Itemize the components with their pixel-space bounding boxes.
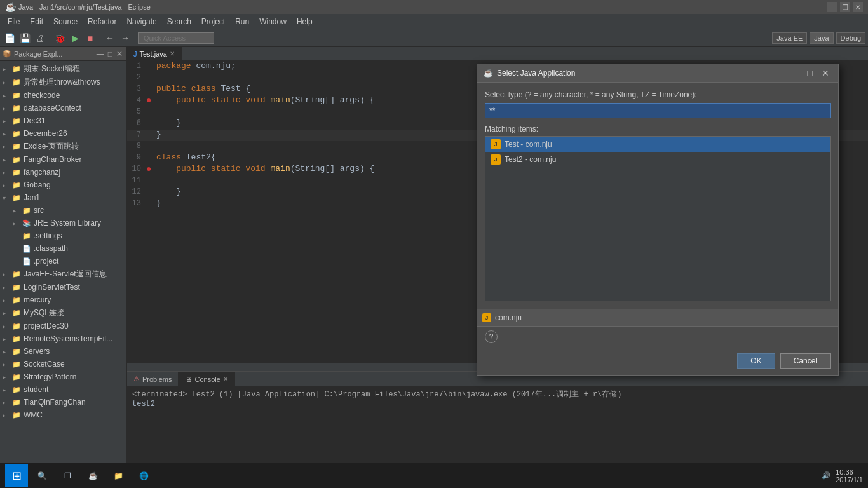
select-java-application-dialog: ☕ Select Java Application □ ✕ Select typ… xyxy=(477,64,839,376)
dialog-bottom-row: ? xyxy=(477,327,838,347)
footer-item-label: com.nju xyxy=(495,313,522,322)
test-item-icon: J xyxy=(491,139,501,149)
dialog-cancel-button[interactable]: Cancel xyxy=(780,353,831,369)
dialog-restore-button[interactable]: □ xyxy=(805,68,815,78)
dialog-list-item-test2[interactable]: J Test2 - com.nju xyxy=(485,152,830,167)
help-icon[interactable]: ? xyxy=(485,330,498,343)
dialog-close-button[interactable]: ✕ xyxy=(819,68,832,78)
dialog-buttons: OK Cancel xyxy=(477,347,838,375)
dialog-title-text: Select Java Application xyxy=(497,69,801,78)
dialog-matching-label: Matching items: xyxy=(485,125,831,133)
footer-package-item: J com.nju xyxy=(482,312,833,323)
footer-item-icon: J xyxy=(482,313,491,322)
test2-item-icon: J xyxy=(491,154,501,165)
dialog-titlebar: ☕ Select Java Application □ ✕ xyxy=(477,64,838,83)
dialog-ok-button[interactable]: OK xyxy=(737,353,775,369)
dialog-body: Select type (? = any character, * = any … xyxy=(477,83,838,309)
test2-item-label: Test2 - com.nju xyxy=(505,155,556,164)
dialog-overlay: ☕ Select Java Application □ ✕ Select typ… xyxy=(0,0,868,488)
dialog-list-item-test[interactable]: J Test - com.nju xyxy=(485,137,830,152)
dialog-type-label: Select type (? = any character, * = any … xyxy=(485,90,831,99)
dialog-title-icon: ☕ xyxy=(484,69,493,78)
dialog-footer-bar: J com.nju xyxy=(477,309,838,327)
dialog-items-list: J Test - com.nju J Test2 - com.nju xyxy=(485,136,831,301)
test-item-label: Test - com.nju xyxy=(505,140,552,149)
dialog-search-input[interactable] xyxy=(485,103,831,118)
